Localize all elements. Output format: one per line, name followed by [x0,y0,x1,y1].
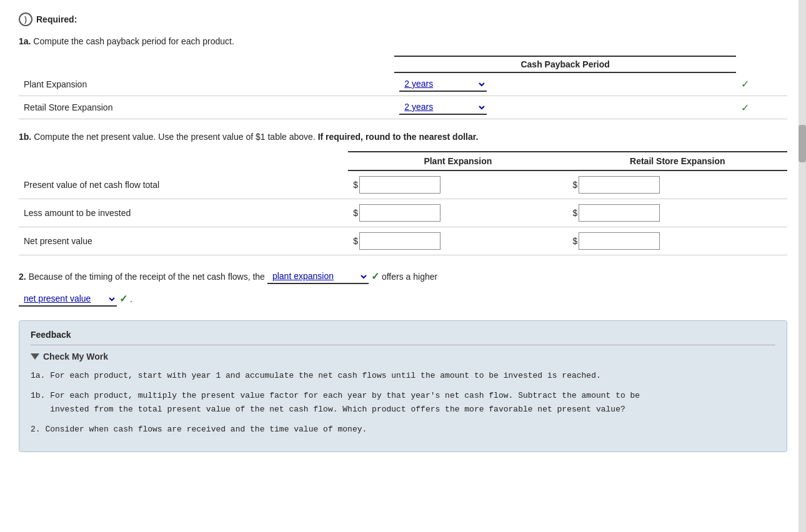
npv-input-pvcf-plant[interactable]: $ [348,170,567,199]
npv-input-npv-retail[interactable]: $ [568,227,787,255]
npv-input-invest-plant[interactable]: $ [348,199,567,227]
cpb-table: Cash Payback Period Plant Expansion 2 ye… [19,56,787,119]
feedback-box: Feedback Check My Work 1a. For each prod… [19,320,787,452]
cpb-dropdown-retail[interactable]: 2 years 3 years 4 years [394,96,736,119]
section-1a-number: 1a. [19,36,31,46]
section-1a-text: Compute the cash payback period for each… [33,36,234,46]
section-1b-number: 1b. [19,132,31,142]
feedback-title: Feedback [31,330,775,345]
cpb-check-plant: ✓ [736,72,787,96]
circle-icon: ) [19,12,32,26]
q2-check2: ✓ [119,289,127,309]
feedback-text3: 2. Consider when cash flows are received… [31,423,775,436]
npv-label-npv: Net present value [19,227,348,255]
npv-row-invest: Less amount to be invested $ $ [19,199,787,227]
npv-label-invest: Less amount to be invested [19,199,348,227]
check-my-work[interactable]: Check My Work [31,352,775,362]
npv-field-pvcf-plant[interactable] [359,176,440,194]
cpb-dropdown-plant[interactable]: 2 years 3 years 4 years [394,72,736,96]
npv-field-pvcf-retail[interactable] [579,176,660,194]
npv-row-npv: Net present value $ $ [19,227,787,255]
triangle-icon [31,353,39,360]
npv-field-invest-retail[interactable] [579,204,660,222]
npv-table: Plant Expansion Retail Store Expansion P… [19,151,787,255]
feedback-text2: 1b. For each product, multiply the prese… [31,389,775,416]
scrollbar-thumb[interactable] [799,125,806,162]
npv-col2-header: Retail Store Expansion [568,152,787,170]
q2-line2: net present value cash payback period ✓ … [19,289,787,309]
required-label: ) Required: [19,12,787,26]
q2-text-middle: offers a higher [382,268,437,285]
section-1b-text: Compute the net present value. Use the p… [34,132,316,142]
cpb-select-retail[interactable]: 2 years 3 years 4 years [399,100,487,115]
cpb-select-plant[interactable]: 2 years 3 years 4 years [399,77,487,92]
q2-dropdown1[interactable]: plant expansion retail store expansion [267,269,369,284]
cpb-row-label-retail: Retail Store Expansion [19,96,394,119]
scrollbar[interactable] [799,0,806,465]
npv-field-npv-plant[interactable] [359,232,440,250]
q2-dropdown2[interactable]: net present value cash payback period [19,292,117,307]
required-section: ) Required: 1a. Compute the cash payback… [19,12,787,309]
npv-input-pvcf-retail[interactable]: $ [568,170,787,199]
cpb-check-retail: ✓ [736,96,787,119]
npv-col1-header: Plant Expansion [348,152,567,170]
npv-field-invest-plant[interactable] [359,204,440,222]
section-1a-label: 1a. Compute the cash payback period for … [19,35,787,48]
feedback-text1: 1a. For each product, start with year 1 … [31,369,775,383]
q2-line1: 2. Because of the timing of the receipt … [19,267,787,287]
cpb-header: Cash Payback Period [394,56,736,72]
section-1b-bold: If required, round to the nearest dollar… [318,132,479,142]
npv-input-npv-plant[interactable]: $ [348,227,567,255]
cpb-row-label-plant: Plant Expansion [19,72,394,96]
npv-label-pvcf: Present value of net cash flow total [19,170,348,199]
cpb-row-retail: Retail Store Expansion 2 years 3 years 4… [19,96,787,119]
npv-field-npv-retail[interactable] [579,232,660,250]
npv-section: Plant Expansion Retail Store Expansion P… [19,151,787,255]
section-1b-label: 1b. Compute the net present value. Use t… [19,131,787,144]
required-text: Required: [36,14,77,24]
check-my-work-label: Check My Work [43,352,108,362]
q2-section: 2. Because of the timing of the receipt … [19,267,787,309]
cpb-row-plant: Plant Expansion 2 years 3 years 4 years … [19,72,787,96]
npv-input-invest-retail[interactable]: $ [568,199,787,227]
q2-check1: ✓ [371,267,379,287]
q2-text-before: Because of the timing of the receipt of … [29,268,265,285]
npv-row-pvcf: Present value of net cash flow total $ $ [19,170,787,199]
q2-number: 2. [19,268,26,285]
cpb-empty-header [19,56,394,72]
q2-text-end: . [130,290,132,308]
